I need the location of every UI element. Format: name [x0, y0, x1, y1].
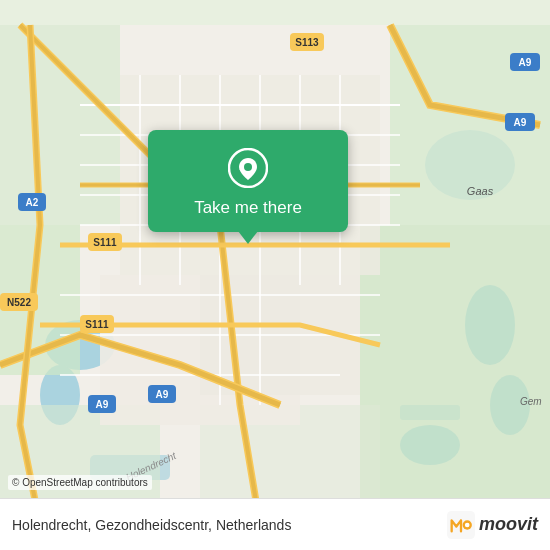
svg-text:Gaas: Gaas: [467, 185, 494, 197]
location-pin-icon: [228, 148, 268, 188]
svg-text:S111: S111: [85, 319, 109, 330]
bottom-bar: Holendrecht, Gezondheidscentr, Netherlan…: [0, 498, 550, 550]
moovit-logo: moovit: [447, 511, 538, 539]
svg-text:A9: A9: [514, 117, 527, 128]
moovit-logo-text: moovit: [479, 514, 538, 535]
svg-text:A2: A2: [26, 197, 39, 208]
copyright-text: © OpenStreetMap contributors: [8, 475, 152, 490]
svg-text:S113: S113: [295, 37, 319, 48]
svg-text:S111: S111: [93, 237, 117, 248]
map-container: A9 A9 A2 A9 A9 S113 S112 S111 S111 N522 …: [0, 0, 550, 550]
svg-text:Gem: Gem: [520, 396, 542, 407]
popup-card: Take me there: [148, 130, 348, 232]
svg-text:N522: N522: [7, 297, 31, 308]
take-me-there-button[interactable]: Take me there: [194, 198, 302, 218]
location-label: Holendrecht, Gezondheidscentr, Netherlan…: [12, 517, 291, 533]
svg-point-59: [465, 522, 470, 527]
moovit-logo-icon: [447, 511, 475, 539]
svg-point-56: [244, 163, 252, 171]
svg-text:A9: A9: [156, 389, 169, 400]
svg-rect-12: [360, 225, 550, 525]
map-background: A9 A9 A2 A9 A9 S113 S112 S111 S111 N522 …: [0, 0, 550, 550]
svg-text:A9: A9: [96, 399, 109, 410]
svg-text:A9: A9: [519, 57, 532, 68]
